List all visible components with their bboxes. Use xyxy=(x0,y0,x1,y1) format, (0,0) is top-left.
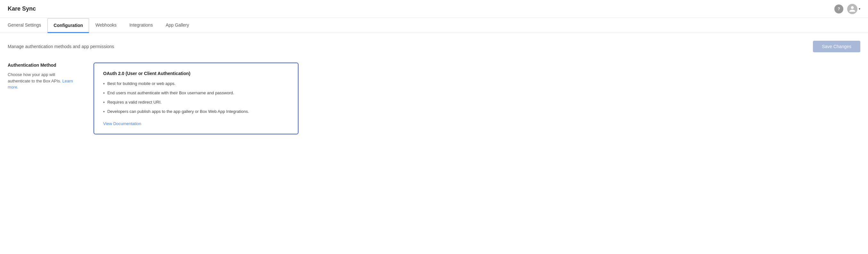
app-header: Kare Sync ? ▾ xyxy=(0,0,868,18)
help-icon[interactable]: ? xyxy=(834,4,843,13)
oauth-card: OAuth 2.0 (User or Client Authentication… xyxy=(94,62,299,134)
main-section: Authentication Method Choose how your ap… xyxy=(8,62,860,134)
page-header-row: Manage authentication methods and app pe… xyxy=(8,41,860,52)
oauth-bullet-list: Best for building mobile or web apps. En… xyxy=(103,81,289,115)
user-menu[interactable]: ▾ xyxy=(847,4,860,14)
tab-webhooks[interactable]: Webhooks xyxy=(89,18,123,33)
oauth-bullet-3: Requires a valid redirect URI. xyxy=(103,99,289,106)
auth-method-label: Authentication Method Choose how your ap… xyxy=(8,62,78,134)
page-content: Manage authentication methods and app pe… xyxy=(0,33,868,142)
save-changes-button[interactable]: Save Changes xyxy=(813,41,860,52)
header-actions: ? ▾ xyxy=(834,4,860,14)
page-description: Manage authentication methods and app pe… xyxy=(8,44,114,49)
tab-general-settings[interactable]: General Settings xyxy=(8,18,48,33)
auth-method-description: Choose how your app will authenticate to… xyxy=(8,72,78,90)
avatar-icon xyxy=(849,5,856,12)
avatar[interactable] xyxy=(847,4,858,14)
tab-configuration[interactable]: Configuration xyxy=(48,18,89,33)
nav-tabs: General Settings Configuration Webhooks … xyxy=(0,18,868,33)
oauth-bullet-4: Developers can publish apps to the app g… xyxy=(103,108,289,115)
oauth-bullet-1: Best for building mobile or web apps. xyxy=(103,81,289,87)
oauth-bullet-2: End users must authenticate with their B… xyxy=(103,90,289,96)
auth-method-title: Authentication Method xyxy=(8,62,78,68)
chevron-down-icon: ▾ xyxy=(859,7,860,10)
tab-integrations[interactable]: Integrations xyxy=(123,18,159,33)
tab-app-gallery[interactable]: App Gallery xyxy=(159,18,195,33)
view-documentation-link[interactable]: View Documentation xyxy=(103,121,141,126)
oauth-title: OAuth 2.0 (User or Client Authentication… xyxy=(103,71,289,76)
app-title: Kare Sync xyxy=(8,5,36,12)
